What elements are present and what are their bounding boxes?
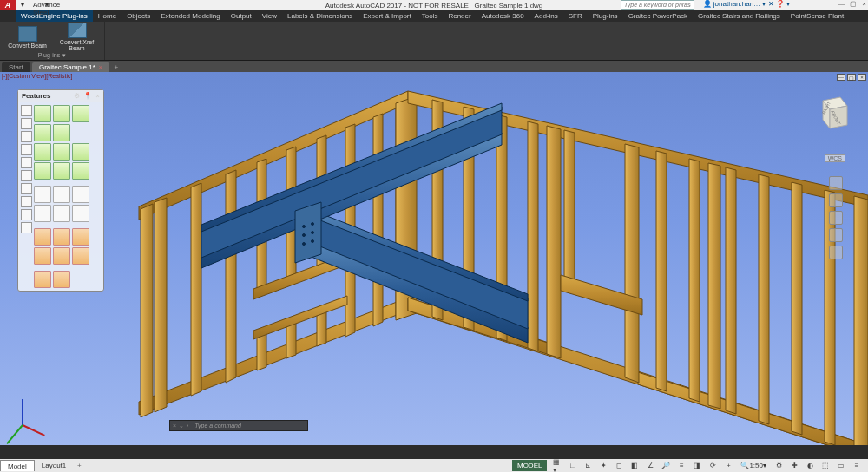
tool-mini-4[interactable] (21, 144, 32, 155)
feature-d1[interactable] (34, 162, 51, 180)
convert-xref-beam-button[interactable]: Convert Xref Beam (53, 23, 101, 51)
feature-f1[interactable] (34, 205, 51, 222)
feature-e1[interactable] (34, 186, 51, 203)
new-tab-button[interactable]: + (111, 62, 122, 72)
panel-close-icon[interactable]: × (95, 92, 100, 100)
status-3dosnap-icon[interactable]: ◧ (628, 460, 641, 471)
tab-home[interactable]: Home (93, 10, 122, 22)
pin-icon[interactable]: 📍 (83, 92, 92, 100)
tab-tools[interactable]: Tools (417, 10, 444, 22)
convert-beam-button[interactable]: Convert Beam (3, 23, 51, 51)
tool-mini-1[interactable] (21, 105, 32, 116)
tab-graitec-powerpack[interactable]: Graitec PowerPack (623, 10, 693, 22)
search-input[interactable] (621, 0, 694, 10)
tab-graitec-stairs[interactable]: Graitec Stairs and Railings (693, 10, 786, 22)
close-button[interactable]: × (862, 0, 866, 8)
tab-objects[interactable]: Objects (122, 10, 155, 22)
status-isolate-icon[interactable]: ◐ (804, 460, 816, 471)
app-logo[interactable]: A (0, 0, 16, 10)
feature-c3[interactable] (72, 143, 89, 161)
feature-h2[interactable] (53, 247, 70, 265)
status-annomonitor-icon[interactable]: + (722, 460, 734, 471)
status-hardware-icon[interactable]: ⬚ (819, 460, 832, 471)
quick-access-toolbar[interactable]: ▾ Advance Steel ▾ (16, 1, 59, 10)
panel-dropdown-icon[interactable]: ▾ (62, 52, 66, 59)
tab-output[interactable]: Output (226, 10, 257, 22)
tool-mini-7[interactable] (21, 183, 32, 194)
close-icon[interactable]: × (99, 64, 102, 70)
feature-d2[interactable] (53, 162, 70, 180)
feature-f3[interactable] (72, 205, 89, 222)
feature-h3[interactable] (72, 247, 89, 265)
status-snap-icon[interactable]: ∟ (566, 460, 578, 471)
cmdline-close-icon[interactable]: × (173, 423, 176, 429)
viewcube[interactable]: RIGHT FRONT (812, 94, 851, 132)
tab-autodesk360[interactable]: Autodesk 360 (477, 10, 529, 22)
viewport[interactable]: [-][Custom View][Realistic] — ▢ × (0, 72, 868, 445)
feature-f2[interactable] (53, 205, 70, 222)
maximize-button[interactable]: ▢ (850, 0, 857, 8)
feature-g1[interactable] (34, 228, 51, 246)
tool-mini-10[interactable] (21, 222, 32, 233)
tab-woodengine[interactable]: WoodEngine Plug-ins (16, 10, 93, 22)
doc-tab-graitec-sample[interactable]: Graitec Sample 1*× (32, 62, 109, 72)
tab-labels-dimensions[interactable]: Labels & Dimensions (282, 10, 358, 22)
ucs-icon[interactable] (13, 386, 56, 429)
status-otrack-icon[interactable]: ∠ (644, 460, 656, 471)
doc-tab-start[interactable]: Start (2, 62, 30, 72)
tab-extended-modeling[interactable]: Extended Modeling (155, 10, 226, 22)
gear-icon[interactable]: ⚙ (74, 92, 80, 100)
minimize-button[interactable]: — (838, 0, 845, 8)
qat-dropdown-icon[interactable]: ▾ (45, 1, 54, 10)
layout1-tab[interactable]: Layout1 (35, 460, 73, 471)
feature-e3[interactable] (72, 186, 89, 203)
tool-mini-3[interactable] (21, 131, 32, 142)
feature-c2[interactable] (53, 143, 70, 161)
tool-mini-2[interactable] (21, 118, 32, 129)
tool-mini-8[interactable] (21, 196, 32, 207)
feature-d3[interactable] (72, 162, 89, 180)
cmdline-customize-icon[interactable]: ⌄ (179, 423, 184, 429)
infocenter-search[interactable] (621, 0, 694, 10)
status-gear-icon[interactable]: ⚙ (773, 460, 785, 471)
qat-advance-steel[interactable]: Advance Steel (33, 1, 42, 10)
user-account[interactable]: 👤 jonathan.han… ▾ ✕ ❓ ▾ (703, 0, 790, 8)
tab-plugins[interactable]: Plug-ins (588, 10, 623, 22)
feature-c1[interactable] (34, 143, 51, 161)
tab-sfr[interactable]: SFR (563, 10, 588, 22)
status-cycling-icon[interactable]: ⟳ (707, 460, 719, 471)
nav-showmotion-icon[interactable] (829, 246, 843, 259)
feature-a1[interactable] (34, 105, 51, 122)
status-lineweight-icon[interactable]: ≡ (675, 460, 687, 471)
status-workspace-icon[interactable]: ✚ (788, 460, 800, 471)
feature-e2[interactable] (53, 186, 70, 203)
feature-b2[interactable] (53, 124, 70, 141)
feature-i2[interactable] (53, 271, 70, 288)
feature-a2[interactable] (53, 105, 70, 122)
nav-wheel-icon[interactable] (829, 176, 843, 190)
status-osnap-icon[interactable]: ◻ (613, 460, 625, 471)
tab-addins[interactable]: Add-ins (529, 10, 563, 22)
nav-pan-icon[interactable] (829, 193, 843, 207)
add-layout-button[interactable]: + (73, 462, 85, 469)
qat-icon[interactable]: ▾ (21, 1, 30, 10)
tool-mini-6[interactable] (21, 170, 32, 181)
features-panel[interactable]: Features ⚙ 📍 × (17, 89, 104, 292)
status-grid-icon[interactable]: ▦ ▾ (550, 460, 562, 471)
wcs-label[interactable]: WCS (825, 154, 845, 162)
status-cleanscreen-icon[interactable]: ▭ (835, 460, 847, 471)
tool-mini-9[interactable] (21, 209, 32, 220)
nav-orbit-icon[interactable] (829, 228, 843, 242)
model-tab[interactable]: Model (0, 460, 35, 471)
feature-g2[interactable] (53, 228, 70, 246)
tool-mini-5[interactable] (21, 157, 32, 168)
feature-b1[interactable] (34, 124, 51, 141)
tab-export-import[interactable]: Export & Import (358, 10, 417, 22)
tab-pointsense[interactable]: PointSense Plant (786, 10, 849, 22)
status-model[interactable]: MODEL (512, 460, 547, 471)
feature-h1[interactable] (34, 247, 51, 265)
status-annoscale[interactable]: 🔍 1:50 ▾ (738, 460, 769, 471)
command-line[interactable]: × ⌄ ›_ Type a command (169, 420, 308, 431)
status-dynamic-icon[interactable]: 🔎 (660, 460, 672, 471)
tab-render[interactable]: Render (443, 10, 476, 22)
